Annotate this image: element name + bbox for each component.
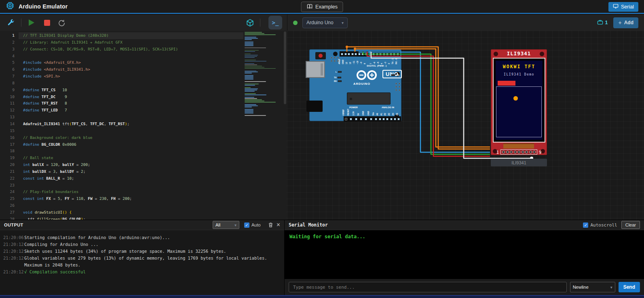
parts-count: 1: [597, 19, 608, 26]
stop-button[interactable]: [41, 17, 53, 29]
clear-serial-button[interactable]: Clear: [621, 221, 640, 229]
app-title: Arduino Emulator: [19, 3, 68, 10]
tft-pin-holes: [500, 149, 537, 155]
tft-screen: WOKWI TFT ILI9341 Demo: [496, 61, 543, 140]
serial-toggle-button[interactable]: Serial: [608, 2, 638, 12]
toolbar-separator: [21, 19, 21, 27]
wire-rst: [367, 52, 490, 156]
view-3d-cube-button[interactable]: [244, 17, 256, 29]
gutter: 1234567891011121314151617181920212223242…: [0, 32, 18, 220]
send-label: Send: [623, 284, 635, 290]
wire-sck: [347, 47, 490, 149]
scrollbar-thumb[interactable]: [284, 31, 286, 104]
screen-playfield: [496, 86, 542, 137]
tft-title: ILI9341: [491, 50, 547, 57]
send-button[interactable]: Send: [619, 282, 640, 292]
status-strip: [0, 295, 644, 298]
serial-output: Waiting for serial data...: [285, 230, 644, 279]
serial-monitor-title: Serial Monitor: [289, 222, 328, 228]
serial-monitor-panel: Serial Monitor ✓ Autoscroll Clear Waitin…: [284, 220, 644, 295]
clear-output-trash-button[interactable]: [268, 222, 273, 228]
pin-number-last: 9: [539, 150, 541, 155]
examples-label: Examples: [315, 4, 338, 10]
chip-icon: [6, 1, 15, 12]
board-select-value: Arduino Uno: [306, 20, 334, 25]
board-select[interactable]: Arduino Uno ▾: [302, 17, 348, 28]
auto-label: Auto: [251, 222, 261, 227]
minimap[interactable]: [245, 32, 282, 116]
parts-count-value: 1: [605, 20, 608, 25]
briefcase-icon: [597, 19, 603, 26]
line-ending-select[interactable]: Newline ▾: [570, 282, 615, 292]
output-header: OUTPUT All ▾ ✓ Auto ×: [0, 220, 284, 230]
serial-header: Serial Monitor ✓ Autoscroll Clear: [285, 220, 644, 230]
close-icon: ×: [277, 221, 280, 229]
sim-toolbar: Arduino Uno ▾ 1 + Add: [287, 15, 644, 31]
output-log: 21:20:06Starting compilation for Arduino…: [0, 230, 284, 275]
add-label: Add: [624, 20, 633, 25]
flex-connector: [503, 143, 534, 149]
tft-pin-row[interactable]: 1 9: [494, 149, 543, 155]
wire-dc: [363, 52, 490, 154]
serial-label: Serial: [621, 4, 634, 10]
auto-checkbox[interactable]: ✓: [244, 222, 249, 228]
line-ending-value: Newline: [573, 285, 589, 290]
tft-screen-bezel: WOKWI TFT ILI9341 Demo: [493, 58, 545, 143]
check-icon: ✓: [245, 223, 248, 227]
code-lines[interactable]: // TFT ILI9341 Display Demo (240x320)// …: [23, 32, 243, 220]
monitor-icon: [613, 4, 619, 10]
ili9341-tft-board[interactable]: ILI9341 WOKWI TFT ILI9341 Demo 1 9: [491, 49, 547, 155]
add-part-button[interactable]: + Add: [613, 17, 638, 28]
screen-ball: [513, 96, 518, 101]
sim-status-dot: [293, 21, 298, 25]
editor-toolbar: >_: [0, 15, 287, 31]
wire-mosi: [355, 49, 490, 147]
chevron-down-icon: ▾: [234, 223, 236, 227]
terminal-icon: >_: [272, 19, 279, 26]
toolbar-separator: [260, 19, 260, 27]
output-filter-value: All: [215, 222, 220, 227]
examples-button[interactable]: Examples: [301, 2, 343, 12]
check-icon: ✓: [584, 223, 587, 227]
setup-wrench-button[interactable]: [5, 17, 17, 29]
wire-cs: [359, 52, 490, 152]
serial-message-input[interactable]: [289, 282, 567, 292]
part-caption: ILI9341: [491, 159, 547, 166]
autoscroll-label: Autoscroll: [590, 222, 617, 228]
screen-subtitle: ILI9341 Demo: [496, 73, 543, 76]
code-editor[interactable]: 1234567891011121314151617181920212223242…: [0, 31, 287, 220]
output-panel: OUTPUT All ▾ ✓ Auto × 21:20:06Starting c…: [0, 220, 284, 295]
output-title: OUTPUT: [4, 222, 23, 227]
run-button[interactable]: [25, 17, 38, 29]
editor-scrollbar[interactable]: [283, 31, 287, 220]
app-window: Arduino Emulator Examples Serial: [0, 0, 644, 298]
wires: [287, 31, 644, 219]
pin-number-first: 1: [496, 150, 499, 155]
restart-button[interactable]: [55, 17, 68, 29]
output-filter-select[interactable]: All ▾: [213, 221, 239, 229]
terminal-button[interactable]: >_: [268, 16, 282, 29]
book-icon: [306, 4, 312, 10]
serial-input-row: Newline ▾ Send: [285, 279, 644, 295]
screen-red-bar: [498, 81, 515, 86]
clear-label: Clear: [625, 222, 636, 227]
close-output-button[interactable]: ×: [277, 221, 280, 229]
chevron-down-icon: ▾: [610, 285, 612, 290]
serial-message: Waiting for serial data...: [289, 234, 365, 239]
title-bar: Arduino Emulator Examples Serial: [0, 0, 644, 14]
plus-icon: +: [618, 19, 621, 26]
screen-title: WOKWI TFT: [496, 64, 543, 69]
circuit-canvas[interactable]: AREFGND1312~11~10~987~6~54~32TX→1RX←0 DI…: [287, 31, 644, 220]
chevron-down-icon: ▾: [342, 21, 344, 25]
autoscroll-checkbox[interactable]: ✓: [583, 222, 588, 228]
